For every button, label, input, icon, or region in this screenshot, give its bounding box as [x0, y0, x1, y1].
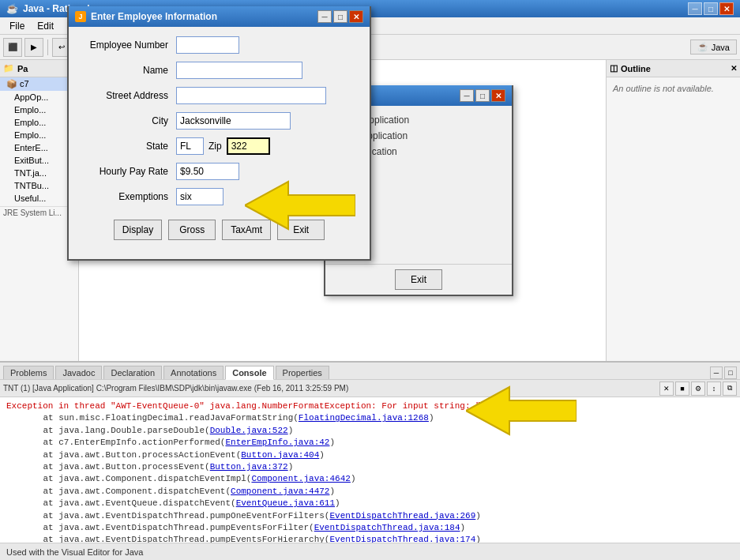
link-component-4472[interactable]: Component.java:4472 [231, 487, 329, 496]
name-input[interactable] [176, 62, 302, 79]
dialog-restore-btn[interactable]: □ [333, 10, 347, 23]
status-text: Used with the Visual Editor for Java [6, 547, 143, 557]
employee-number-label: Employee Number [81, 39, 176, 51]
dialog2-exit-button[interactable]: Exit [395, 269, 442, 290]
console-maximize-btn[interactable]: □ [724, 366, 737, 379]
zip-label: Zip [204, 141, 227, 152]
console-line-2: at java.lang.Double.parseDouble(Double.j… [6, 425, 734, 437]
maximize-button[interactable]: □ [704, 2, 718, 15]
console-stop-btn[interactable]: ■ [675, 381, 689, 396]
console-line-3: at c7.EnterEmpInfo.actionPerformed(Enter… [6, 437, 734, 449]
console-btn-4[interactable]: ↕ [707, 381, 721, 396]
outline-close-btn[interactable]: ✕ [731, 64, 737, 73]
java-perspective-btn[interactable]: ☕ Java [690, 39, 737, 54]
dialog2-close[interactable]: ✕ [491, 89, 505, 102]
dialog-title-icon: J [75, 11, 86, 22]
street-address-row: Street Address [81, 87, 357, 104]
console-line-4: at java.awt.Button.processActionEvent(Bu… [6, 449, 734, 461]
dialog2-maximize[interactable]: □ [475, 89, 490, 102]
link-button-404[interactable]: Button.java:404 [241, 450, 319, 460]
city-input[interactable] [176, 112, 291, 130]
console-line-10: at java.awt.EventDispatchThread.pumpEven… [6, 522, 734, 534]
link-eventqueue[interactable]: EventQueue.java:611 [236, 498, 335, 508]
gross-button[interactable]: Gross [168, 220, 216, 240]
console-output: Exception in thread "AWT-EventQueue-0" j… [0, 397, 740, 543]
tab-annotations[interactable]: Annotations [163, 366, 224, 379]
link-button-372[interactable]: Button.java:372 [210, 462, 288, 472]
street-address-input[interactable] [176, 87, 326, 104]
close-button[interactable]: ✕ [719, 2, 734, 15]
dialog2-minimize[interactable]: ─ [460, 89, 474, 102]
console-line-8: at java.awt.EventQueue.dispatchEvent(Eve… [6, 498, 734, 509]
exemptions-input[interactable] [176, 188, 224, 205]
c7-icon: 📦 [6, 79, 17, 88]
console-btn-3[interactable]: ⚙ [691, 381, 705, 396]
state-label: State [81, 141, 176, 152]
toolbar-btn-2[interactable]: ▶ [24, 38, 43, 57]
dialog-titlebar: J Enter Employee Information ─ □ ✕ [69, 6, 370, 27]
outline-panel-header: ◫ Outline ✕ [607, 60, 740, 77]
outline-label: Outline [621, 64, 651, 73]
dialog2-controls: ─ □ ✕ [460, 89, 505, 102]
console-line-exception: Exception in thread "AWT-EventQueue-0" j… [6, 400, 734, 412]
console-btn-5[interactable]: ⧉ [723, 381, 737, 396]
employee-number-row: Employee Number [81, 36, 357, 54]
jre-label: JRE System Li... [3, 209, 62, 217]
outline-icon: ◫ [610, 63, 618, 73]
city-row: City [81, 112, 357, 130]
dialog-close-btn[interactable]: ✕ [349, 10, 363, 23]
state-zip-row: State Zip [81, 137, 357, 155]
console-toolbar: TNT (1) [Java Application] C:\Program Fi… [0, 380, 740, 397]
state-input[interactable] [176, 137, 204, 155]
console-line-5: at java.awt.Button.processEvent(Button.j… [6, 461, 734, 473]
link-enterempinfo[interactable]: EnterEmpInfo.java:42 [225, 438, 329, 447]
link-edt-184[interactable]: EventDispatchThread.java:184 [314, 523, 460, 532]
link-double[interactable]: Double.java:522 [210, 426, 288, 435]
tab-console[interactable]: Console [225, 366, 273, 380]
toolbar-separator-1 [47, 39, 48, 55]
street-address-label: Street Address [81, 90, 176, 101]
minimize-button[interactable]: ─ [688, 2, 702, 15]
tab-problems[interactable]: Problems [3, 366, 54, 379]
package-explorer-label: Pa [17, 64, 28, 73]
menu-file[interactable]: File [3, 21, 31, 32]
hourly-pay-rate-input[interactable] [176, 163, 239, 180]
console-line-11: at java.awt.EventDispatchThread.pumpEven… [6, 534, 734, 543]
employee-number-input[interactable] [176, 36, 239, 54]
dialog-title-text: Enter Employee Information [91, 11, 217, 22]
tab-javadoc[interactable]: Javadoc [55, 366, 102, 379]
ide-window-controls: ─ □ ✕ [688, 2, 734, 15]
city-label: City [81, 115, 176, 126]
console-line-9: at java.awt.EventDispatchThread.pumpOneE… [6, 510, 734, 522]
console-clear-btn[interactable]: ✕ [659, 381, 674, 396]
outline-message: An outline is not available. [607, 77, 740, 100]
link-edt-174[interactable]: EventDispatchThread.java:174 [329, 535, 475, 543]
console-line-6: at java.awt.Component.dispatchEventImpl(… [6, 473, 734, 485]
java-icon: ☕ [697, 42, 708, 52]
name-label: Name [81, 65, 176, 76]
package-explorer-icon: 📁 [3, 63, 14, 73]
console-minimize-btn[interactable]: ─ [710, 366, 723, 379]
link-floatingdecimal[interactable]: FloatingDecimal.java:1268 [299, 413, 429, 423]
console-panel: Problems Javadoc Declaration Annotations… [0, 361, 740, 543]
tab-properties[interactable]: Properties [276, 366, 329, 379]
name-row: Name [81, 62, 357, 79]
status-bar: Used with the Visual Editor for Java [0, 543, 740, 560]
hourly-pay-rate-label: Hourly Pay Rate [81, 166, 176, 177]
display-button[interactable]: Display [114, 220, 162, 240]
dialog-window-controls: ─ □ ✕ [317, 10, 363, 23]
dialog2-buttons: Exit [325, 264, 512, 295]
svg-marker-0 [245, 182, 355, 229]
console-line-7: at java.awt.Component.dispatchEvent(Comp… [6, 486, 734, 498]
yellow-arrow-1 [245, 178, 355, 233]
dialog-minimize-btn[interactable]: ─ [317, 10, 332, 23]
zip-input[interactable] [227, 137, 270, 155]
exemptions-label: Exemptions [81, 191, 176, 202]
svg-marker-1 [466, 387, 577, 434]
link-component-4642[interactable]: Component.java:4642 [251, 474, 350, 483]
link-edt-269[interactable]: EventDispatchThread.java:269 [329, 511, 475, 521]
menu-edit[interactable]: Edit [31, 21, 60, 32]
console-tabs-bar: Problems Javadoc Declaration Annotations… [0, 363, 740, 380]
tab-declaration[interactable]: Declaration [103, 366, 162, 379]
toolbar-btn-1[interactable]: ⬛ [3, 38, 22, 57]
